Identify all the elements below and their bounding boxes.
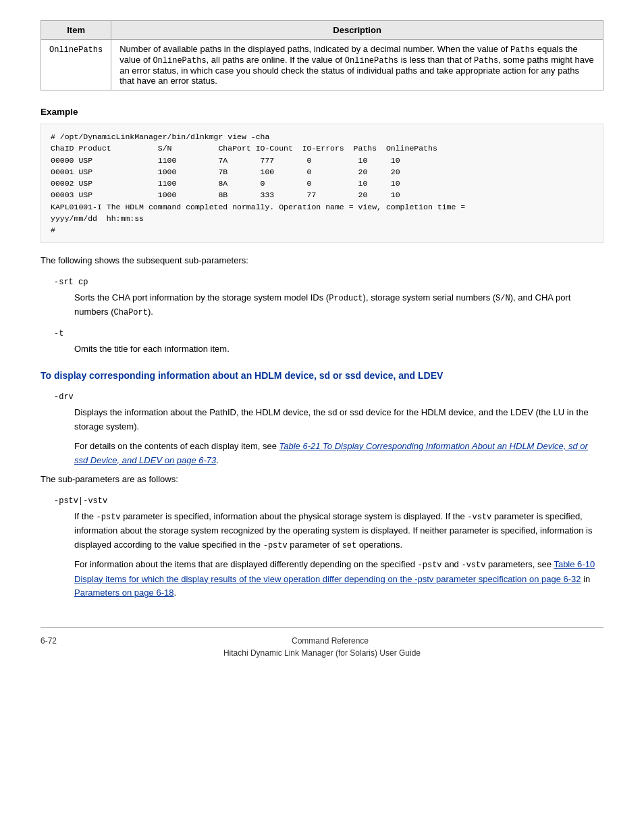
footer-page: 6-72 xyxy=(41,636,57,646)
drv-desc2: For details on the contents of each disp… xyxy=(74,440,603,468)
drv-desc1: Displays the information about the PathI… xyxy=(74,406,603,434)
subparam-t-desc: Omits the title for each information ite… xyxy=(74,342,603,357)
subparam-srt-cp: -srt cp Sorts the CHA port information b… xyxy=(41,278,603,319)
pstv-vstv-param-name: -pstv|-vstv xyxy=(54,496,603,506)
subparam-srt-cp-desc: Sorts the CHA port information by the st… xyxy=(74,291,603,319)
drv-section: -drv Displays the information about the … xyxy=(41,392,603,467)
pstv-vstv-section: -pstv|-vstv If the -pstv parameter is sp… xyxy=(41,496,603,600)
blue-section-heading: To display corresponding information abo… xyxy=(41,369,603,383)
info-table: Item Description OnlinePaths Number of a… xyxy=(41,20,603,90)
params-link[interactable]: Parameters on page 6-18 xyxy=(74,588,173,598)
pstv-vstv-desc1: If the -pstv parameter is specified, inf… xyxy=(74,510,603,552)
following-text: The following shows the subsequent sub-p… xyxy=(41,254,603,268)
drv-link[interactable]: Table 6-21 To Display Corresponding Info… xyxy=(74,441,588,465)
subparam-t: -t Omits the title for each information … xyxy=(41,329,603,357)
footer: 6-72 Command Reference Hitachi Dynamic L… xyxy=(41,627,603,658)
pstv-link[interactable]: Table 6-10 Display items for which the d… xyxy=(74,559,595,583)
table-cell-description: Number of available paths in the display… xyxy=(111,40,603,90)
table-header-item: Item xyxy=(41,21,111,40)
example-heading: Example xyxy=(41,107,603,117)
subparam-srt-cp-name: -srt cp xyxy=(54,278,603,287)
subparam-t-name: -t xyxy=(54,329,603,338)
sub-params2-text: The sub-parameters are as follows: xyxy=(41,473,603,487)
footer-title: Command Reference xyxy=(292,636,369,646)
example-code: # /opt/DynamicLinkManager/bin/dlnkmgr vi… xyxy=(41,124,603,243)
example-section: Example # /opt/DynamicLinkManager/bin/dl… xyxy=(41,107,603,243)
drv-param-name: -drv xyxy=(54,392,603,402)
table-row: OnlinePaths Number of available paths in… xyxy=(41,40,603,90)
pstv-vstv-desc2: For information about the items that are… xyxy=(74,558,603,600)
table-cell-item: OnlinePaths xyxy=(41,40,111,90)
table-header-description: Description xyxy=(111,21,603,40)
footer-subtitle: Hitachi Dynamic Link Manager (for Solari… xyxy=(223,648,421,658)
